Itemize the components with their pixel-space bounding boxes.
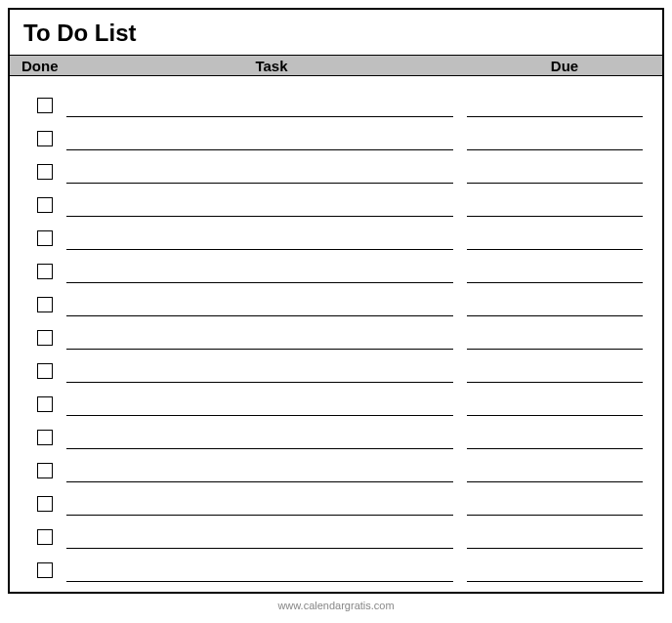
done-checkbox[interactable] bbox=[37, 197, 53, 213]
task-input-line[interactable] bbox=[66, 283, 453, 316]
task-input-line[interactable] bbox=[66, 350, 453, 383]
task-input-line[interactable] bbox=[66, 383, 453, 416]
due-input-line[interactable] bbox=[467, 350, 643, 383]
due-input-line[interactable] bbox=[467, 283, 643, 316]
task-input-line[interactable] bbox=[66, 449, 453, 482]
task-input-line[interactable] bbox=[66, 250, 453, 283]
done-checkbox[interactable] bbox=[37, 330, 53, 346]
done-checkbox[interactable] bbox=[37, 264, 53, 279]
done-checkbox[interactable] bbox=[37, 396, 53, 412]
done-checkbox[interactable] bbox=[37, 463, 53, 478]
task-input-line[interactable] bbox=[66, 416, 453, 449]
column-header-task: Task bbox=[76, 58, 467, 74]
done-checkbox[interactable] bbox=[37, 496, 53, 512]
task-input-line[interactable] bbox=[66, 217, 453, 250]
done-checkbox[interactable] bbox=[37, 529, 53, 545]
task-input-line[interactable] bbox=[66, 516, 453, 549]
todo-list-container: To Do List Done Task Due bbox=[8, 8, 664, 594]
task-input-line[interactable] bbox=[66, 482, 453, 516]
task-input-line[interactable] bbox=[66, 549, 453, 582]
page-title: To Do List bbox=[10, 10, 662, 55]
due-input-line[interactable] bbox=[467, 84, 643, 117]
done-checkbox[interactable] bbox=[37, 131, 53, 146]
done-checkbox[interactable] bbox=[37, 230, 53, 246]
column-header-done: Done bbox=[10, 58, 76, 74]
column-header-row: Done Task Due bbox=[10, 55, 662, 76]
done-checkbox[interactable] bbox=[37, 430, 53, 445]
due-input-line[interactable] bbox=[467, 217, 643, 250]
done-checkbox[interactable] bbox=[37, 164, 53, 180]
done-checkbox[interactable] bbox=[37, 363, 53, 379]
task-input-line[interactable] bbox=[66, 316, 453, 350]
due-input-line[interactable] bbox=[467, 117, 643, 150]
column-header-due: Due bbox=[467, 58, 662, 74]
due-input-line[interactable] bbox=[467, 449, 643, 482]
task-input-line[interactable] bbox=[66, 184, 453, 217]
due-input-line[interactable] bbox=[467, 549, 643, 582]
task-row bbox=[23, 555, 649, 588]
due-input-line[interactable] bbox=[467, 250, 643, 283]
due-input-line[interactable] bbox=[467, 416, 643, 449]
due-input-line[interactable] bbox=[467, 316, 643, 350]
footer-credit: www.calendargratis.com bbox=[8, 600, 664, 611]
task-rows-area bbox=[10, 76, 662, 588]
task-input-line[interactable] bbox=[66, 150, 453, 184]
task-input-line[interactable] bbox=[66, 84, 453, 117]
due-input-line[interactable] bbox=[467, 383, 643, 416]
due-input-line[interactable] bbox=[467, 150, 643, 184]
task-input-line[interactable] bbox=[66, 117, 453, 150]
due-input-line[interactable] bbox=[467, 516, 643, 549]
done-checkbox[interactable] bbox=[37, 297, 53, 312]
done-checkbox[interactable] bbox=[37, 562, 53, 578]
due-input-line[interactable] bbox=[467, 184, 643, 217]
due-input-line[interactable] bbox=[467, 482, 643, 516]
done-checkbox[interactable] bbox=[37, 98, 53, 113]
